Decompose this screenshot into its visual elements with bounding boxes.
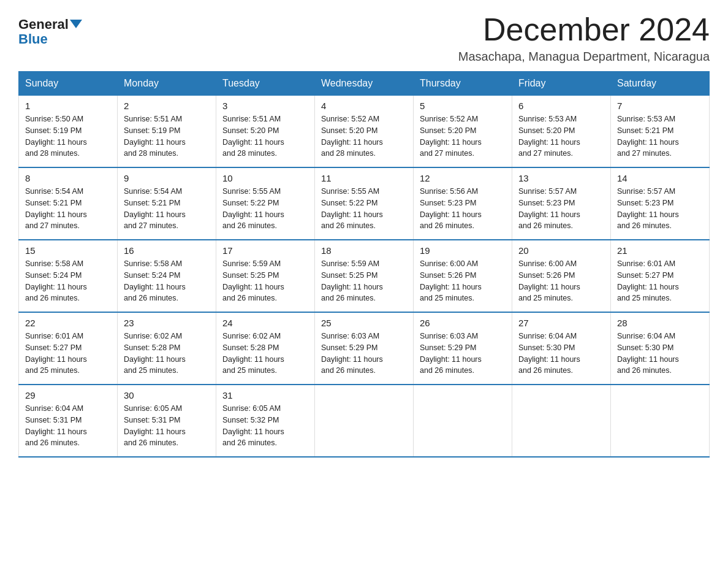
calendar-cell — [315, 385, 414, 457]
calendar-subtitle: Masachapa, Managua Department, Nicaragua — [458, 50, 710, 64]
day-number: 30 — [124, 390, 210, 400]
calendar-cell — [414, 385, 512, 457]
calendar-cell: 16 Sunrise: 5:58 AM Sunset: 5:24 PM Dayl… — [118, 240, 216, 312]
column-header-wednesday: Wednesday — [315, 72, 414, 96]
day-number: 31 — [222, 390, 308, 400]
day-number: 23 — [124, 318, 210, 328]
day-number: 9 — [124, 173, 210, 183]
column-header-monday: Monday — [118, 72, 216, 96]
calendar-table: SundayMondayTuesdayWednesdayThursdayFrid… — [18, 71, 710, 458]
day-number: 5 — [420, 101, 506, 111]
day-info: Sunrise: 5:52 AM Sunset: 5:20 PM Dayligh… — [321, 113, 407, 159]
calendar-cell: 21 Sunrise: 6:01 AM Sunset: 5:27 PM Dayl… — [611, 240, 710, 312]
day-info: Sunrise: 5:54 AM Sunset: 5:21 PM Dayligh… — [124, 186, 210, 232]
day-info: Sunrise: 5:53 AM Sunset: 5:21 PM Dayligh… — [617, 113, 703, 159]
calendar-cell: 9 Sunrise: 5:54 AM Sunset: 5:21 PM Dayli… — [118, 167, 216, 240]
calendar-cell: 14 Sunrise: 5:57 AM Sunset: 5:23 PM Dayl… — [611, 167, 710, 240]
day-number: 11 — [321, 173, 407, 183]
calendar-cell: 30 Sunrise: 6:05 AM Sunset: 5:31 PM Dayl… — [118, 385, 216, 457]
calendar-cell: 5 Sunrise: 5:52 AM Sunset: 5:20 PM Dayli… — [414, 96, 512, 168]
day-number: 13 — [518, 173, 604, 183]
calendar-cell: 31 Sunrise: 6:05 AM Sunset: 5:32 PM Dayl… — [216, 385, 315, 457]
column-header-friday: Friday — [512, 72, 611, 96]
day-number: 3 — [222, 101, 308, 111]
day-info: Sunrise: 6:00 AM Sunset: 5:26 PM Dayligh… — [518, 258, 604, 304]
day-number: 15 — [25, 245, 111, 256]
column-header-sunday: Sunday — [19, 72, 118, 96]
calendar-cell: 20 Sunrise: 6:00 AM Sunset: 5:26 PM Dayl… — [512, 240, 611, 312]
day-info: Sunrise: 6:03 AM Sunset: 5:29 PM Dayligh… — [420, 331, 506, 377]
logo-blue-text: Blue — [18, 32, 48, 47]
day-number: 8 — [25, 173, 111, 183]
calendar-week-row: 8 Sunrise: 5:54 AM Sunset: 5:21 PM Dayli… — [19, 167, 710, 240]
day-info: Sunrise: 6:05 AM Sunset: 5:31 PM Dayligh… — [124, 403, 210, 449]
day-info: Sunrise: 6:01 AM Sunset: 5:27 PM Dayligh… — [617, 258, 703, 304]
calendar-header-row: SundayMondayTuesdayWednesdayThursdayFrid… — [19, 72, 710, 96]
day-info: Sunrise: 6:04 AM Sunset: 5:30 PM Dayligh… — [518, 331, 604, 377]
calendar-week-row: 22 Sunrise: 6:01 AM Sunset: 5:27 PM Dayl… — [19, 312, 710, 385]
calendar-cell: 8 Sunrise: 5:54 AM Sunset: 5:21 PM Dayli… — [19, 167, 118, 240]
logo-triangle-icon — [70, 20, 82, 28]
calendar-cell: 28 Sunrise: 6:04 AM Sunset: 5:30 PM Dayl… — [611, 312, 710, 385]
day-number: 24 — [222, 318, 308, 328]
day-number: 19 — [420, 245, 506, 256]
calendar-cell: 13 Sunrise: 5:57 AM Sunset: 5:23 PM Dayl… — [512, 167, 611, 240]
calendar-cell: 27 Sunrise: 6:04 AM Sunset: 5:30 PM Dayl… — [512, 312, 611, 385]
day-info: Sunrise: 6:00 AM Sunset: 5:26 PM Dayligh… — [420, 258, 506, 304]
calendar-cell: 11 Sunrise: 5:55 AM Sunset: 5:22 PM Dayl… — [315, 167, 414, 240]
day-info: Sunrise: 5:58 AM Sunset: 5:24 PM Dayligh… — [25, 258, 111, 304]
calendar-cell: 19 Sunrise: 6:00 AM Sunset: 5:26 PM Dayl… — [414, 240, 512, 312]
day-info: Sunrise: 6:01 AM Sunset: 5:27 PM Dayligh… — [25, 331, 111, 377]
day-info: Sunrise: 6:03 AM Sunset: 5:29 PM Dayligh… — [321, 331, 407, 377]
day-info: Sunrise: 6:02 AM Sunset: 5:28 PM Dayligh… — [124, 331, 210, 377]
calendar-cell: 4 Sunrise: 5:52 AM Sunset: 5:20 PM Dayli… — [315, 96, 414, 168]
calendar-cell: 26 Sunrise: 6:03 AM Sunset: 5:29 PM Dayl… — [414, 312, 512, 385]
title-area: December 2024 Masachapa, Managua Departm… — [458, 12, 710, 64]
day-number: 27 — [518, 318, 604, 328]
calendar-week-row: 29 Sunrise: 6:04 AM Sunset: 5:31 PM Dayl… — [19, 385, 710, 457]
calendar-cell: 6 Sunrise: 5:53 AM Sunset: 5:20 PM Dayli… — [512, 96, 611, 168]
calendar-cell — [512, 385, 611, 457]
day-info: Sunrise: 5:56 AM Sunset: 5:23 PM Dayligh… — [420, 186, 506, 232]
day-number: 18 — [321, 245, 407, 256]
calendar-cell: 3 Sunrise: 5:51 AM Sunset: 5:20 PM Dayli… — [216, 96, 315, 168]
day-info: Sunrise: 5:55 AM Sunset: 5:22 PM Dayligh… — [222, 186, 308, 232]
day-info: Sunrise: 6:04 AM Sunset: 5:30 PM Dayligh… — [617, 331, 703, 377]
calendar-cell: 10 Sunrise: 5:55 AM Sunset: 5:22 PM Dayl… — [216, 167, 315, 240]
day-info: Sunrise: 5:59 AM Sunset: 5:25 PM Dayligh… — [321, 258, 407, 304]
calendar-cell: 24 Sunrise: 6:02 AM Sunset: 5:28 PM Dayl… — [216, 312, 315, 385]
calendar-cell: 2 Sunrise: 5:51 AM Sunset: 5:19 PM Dayli… — [118, 96, 216, 168]
calendar-cell: 23 Sunrise: 6:02 AM Sunset: 5:28 PM Dayl… — [118, 312, 216, 385]
day-info: Sunrise: 6:05 AM Sunset: 5:32 PM Dayligh… — [222, 403, 308, 449]
day-number: 25 — [321, 318, 407, 328]
day-info: Sunrise: 5:50 AM Sunset: 5:19 PM Dayligh… — [25, 113, 111, 159]
day-info: Sunrise: 5:51 AM Sunset: 5:19 PM Dayligh… — [124, 113, 210, 159]
day-number: 2 — [124, 101, 210, 111]
calendar-cell: 29 Sunrise: 6:04 AM Sunset: 5:31 PM Dayl… — [19, 385, 118, 457]
day-number: 7 — [617, 101, 703, 111]
calendar-cell: 7 Sunrise: 5:53 AM Sunset: 5:21 PM Dayli… — [611, 96, 710, 168]
page-header: General Blue December 2024 Masachapa, Ma… — [18, 12, 710, 64]
logo-text: General — [18, 17, 82, 32]
day-number: 10 — [222, 173, 308, 183]
day-info: Sunrise: 5:55 AM Sunset: 5:22 PM Dayligh… — [321, 186, 407, 232]
day-number: 21 — [617, 245, 703, 256]
day-info: Sunrise: 5:53 AM Sunset: 5:20 PM Dayligh… — [518, 113, 604, 159]
calendar-cell: 17 Sunrise: 5:59 AM Sunset: 5:25 PM Dayl… — [216, 240, 315, 312]
day-number: 17 — [222, 245, 308, 256]
logo: General Blue — [18, 12, 82, 47]
day-info: Sunrise: 5:57 AM Sunset: 5:23 PM Dayligh… — [518, 186, 604, 232]
calendar-title: December 2024 — [458, 12, 710, 47]
day-info: Sunrise: 6:04 AM Sunset: 5:31 PM Dayligh… — [25, 403, 111, 449]
day-number: 16 — [124, 245, 210, 256]
calendar-cell: 25 Sunrise: 6:03 AM Sunset: 5:29 PM Dayl… — [315, 312, 414, 385]
calendar-cell: 22 Sunrise: 6:01 AM Sunset: 5:27 PM Dayl… — [19, 312, 118, 385]
day-number: 26 — [420, 318, 506, 328]
day-number: 1 — [25, 101, 111, 111]
calendar-week-row: 15 Sunrise: 5:58 AM Sunset: 5:24 PM Dayl… — [19, 240, 710, 312]
day-number: 4 — [321, 101, 407, 111]
calendar-cell: 18 Sunrise: 5:59 AM Sunset: 5:25 PM Dayl… — [315, 240, 414, 312]
calendar-cell: 1 Sunrise: 5:50 AM Sunset: 5:19 PM Dayli… — [19, 96, 118, 168]
day-number: 12 — [420, 173, 506, 183]
calendar-cell: 12 Sunrise: 5:56 AM Sunset: 5:23 PM Dayl… — [414, 167, 512, 240]
